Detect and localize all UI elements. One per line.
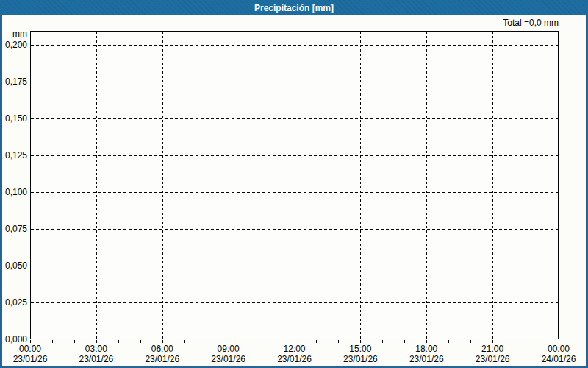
x-minor-tick bbox=[492, 340, 493, 343]
x-minor-tick bbox=[30, 340, 31, 343]
x-minor-tick bbox=[316, 340, 317, 343]
x-minor-tick bbox=[338, 340, 339, 343]
v-gridline bbox=[360, 32, 361, 339]
x-minor-tick bbox=[229, 340, 229, 343]
x-minor-tick bbox=[382, 340, 383, 343]
x-minor-tick bbox=[426, 340, 427, 343]
y-tick-label: 0,050 bbox=[0, 261, 27, 271]
x-minor-tick bbox=[207, 340, 207, 343]
v-gridline bbox=[96, 32, 97, 339]
x-minor-tick bbox=[251, 340, 251, 343]
x-minor-tick bbox=[404, 340, 405, 343]
x-minor-tick bbox=[140, 340, 141, 343]
x-minor-tick bbox=[273, 340, 273, 343]
x-tick-date-label: 23/01/26 bbox=[71, 354, 122, 364]
x-tick-label: 06:0023/01/26 bbox=[137, 344, 188, 364]
total-annotation: Total =0,0 mm bbox=[503, 18, 559, 28]
y-axis-labels: mm 0,2000,1750,1500,1250,1000,0750,0500,… bbox=[0, 0, 27, 368]
y-tick-label: 0,000 bbox=[0, 334, 27, 344]
y-tick-label: 0,075 bbox=[0, 224, 27, 234]
x-tick-time-label: 06:00 bbox=[137, 344, 188, 354]
y-tick-label: 0,150 bbox=[0, 113, 27, 124]
x-minor-tick bbox=[96, 340, 97, 343]
precipitation-chart-window: Precipitación [mm] Total =0,0 mm mm 0,20… bbox=[0, 0, 588, 368]
chart-title: Precipitación [mm] bbox=[254, 3, 334, 13]
y-tick-label: 0,175 bbox=[0, 77, 27, 87]
x-tick-label: 00:0024/01/26 bbox=[533, 344, 584, 364]
x-minor-tick bbox=[360, 340, 361, 343]
y-tick-label: 0,100 bbox=[0, 187, 27, 197]
x-minor-tick bbox=[470, 340, 471, 343]
x-tick-label: 18:0023/01/26 bbox=[401, 344, 452, 364]
x-minor-tick bbox=[537, 340, 537, 343]
x-tick-time-label: 00:00 bbox=[533, 344, 584, 354]
x-tick-label: 12:0023/01/26 bbox=[269, 344, 320, 364]
x-tick-date-label: 23/01/26 bbox=[137, 354, 188, 364]
x-tick-time-label: 09:00 bbox=[203, 344, 254, 354]
x-tick-time-label: 18:00 bbox=[401, 344, 452, 354]
chart-title-bar: Precipitación [mm] bbox=[0, 0, 588, 15]
x-tick-label: 00:0023/01/26 bbox=[4, 344, 56, 364]
x-minor-tick bbox=[52, 340, 53, 343]
x-tick-date-label: 23/01/26 bbox=[203, 354, 254, 364]
x-tick-label: 15:0023/01/26 bbox=[334, 344, 386, 364]
plot-area bbox=[30, 31, 559, 339]
x-tick-date-label: 23/01/26 bbox=[401, 354, 452, 364]
x-minor-tick bbox=[118, 340, 119, 343]
v-gridline bbox=[492, 32, 493, 339]
x-tick-time-label: 03:00 bbox=[71, 344, 122, 354]
v-gridline bbox=[295, 32, 295, 339]
x-minor-tick bbox=[295, 340, 295, 343]
v-gridline bbox=[229, 32, 229, 339]
x-tick-time-label: 00:00 bbox=[4, 344, 56, 354]
x-tick-date-label: 23/01/26 bbox=[269, 354, 320, 364]
x-tick-date-label: 23/01/26 bbox=[467, 354, 518, 364]
v-gridline bbox=[426, 32, 427, 339]
x-minor-tick bbox=[184, 340, 185, 343]
y-tick-label: 0,125 bbox=[0, 150, 27, 160]
x-minor-tick bbox=[514, 340, 515, 343]
y-tick-label: 0,025 bbox=[0, 297, 27, 308]
x-tick-label: 21:0023/01/26 bbox=[467, 344, 518, 364]
x-tick-time-label: 15:00 bbox=[334, 344, 386, 354]
x-minor-tick bbox=[162, 340, 163, 343]
y-axis-unit-label: mm bbox=[0, 29, 27, 39]
y-tick-label: 0,200 bbox=[0, 40, 27, 50]
x-tick-time-label: 21:00 bbox=[467, 344, 518, 354]
x-minor-tick bbox=[74, 340, 75, 343]
x-tick-date-label: 24/01/26 bbox=[533, 354, 584, 364]
x-minor-tick bbox=[559, 340, 559, 343]
x-tick-label: 09:0023/01/26 bbox=[203, 344, 254, 364]
v-gridline bbox=[162, 32, 163, 339]
x-tick-time-label: 12:00 bbox=[269, 344, 320, 354]
x-minor-tick bbox=[448, 340, 449, 343]
x-tick-label: 03:0023/01/26 bbox=[71, 344, 122, 364]
x-tick-date-label: 23/01/26 bbox=[334, 354, 386, 364]
x-tick-date-label: 23/01/26 bbox=[4, 354, 56, 364]
